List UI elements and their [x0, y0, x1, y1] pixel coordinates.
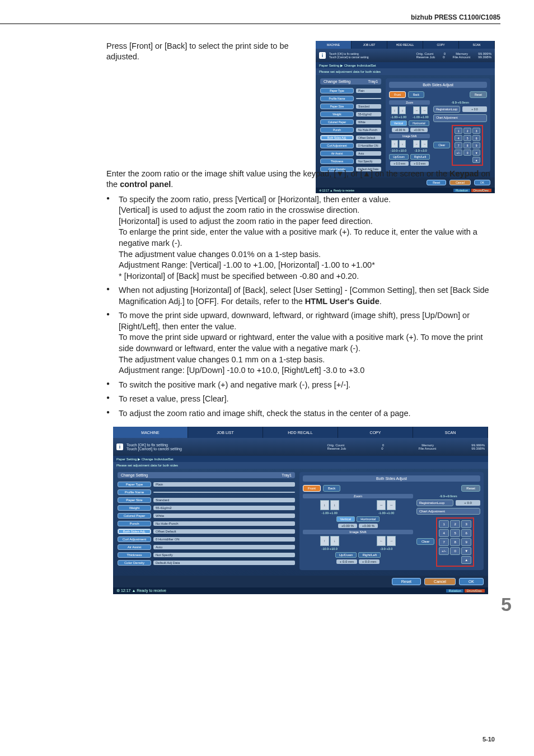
ok-button[interactable]: OK	[459, 578, 484, 585]
tab-copy[interactable]: COPY	[338, 427, 413, 438]
cancel-button[interactable]: Cancel	[424, 578, 456, 585]
tab-machine[interactable]: MACHINE	[316, 41, 352, 49]
bullet-4: To switch the positive mark (+) and nega…	[106, 380, 495, 391]
key-9[interactable]: 9	[472, 142, 480, 148]
setting-punch[interactable]: Punch	[118, 521, 151, 526]
setting-paper-type[interactable]: Paper Type	[118, 482, 151, 487]
keypad: 123456789+/−0▼▲	[436, 517, 474, 567]
updown-button[interactable]: Up/Down	[335, 552, 357, 558]
instruction-1: Press [Front] or [Back] to select the pr…	[106, 41, 302, 62]
setting-punch[interactable]: Punch	[320, 127, 354, 133]
setting-both-sides-adj-[interactable]: Both Sides Adj.	[320, 135, 354, 141]
breadcrumb: Paper Setting ▶ Change IndividualSet	[316, 62, 495, 68]
front-button[interactable]: Front	[303, 485, 321, 492]
setting-profile-name[interactable]: Profile Name	[118, 489, 151, 495]
updown-button[interactable]: Up/Down	[389, 154, 409, 160]
bullet-6: To adjust the zoom ratio and image shift…	[106, 408, 495, 419]
doc-title: bizhub PRESS C1100/C1085	[411, 13, 500, 21]
key-0[interactable]: 0	[450, 547, 460, 555]
screenshot-large: MACHINEJOB LISTHDD RECALLCOPYSCANiTouch …	[113, 427, 488, 628]
setting-thickness[interactable]: Thickness	[118, 552, 151, 558]
key-6[interactable]: 6	[461, 529, 471, 537]
key-4[interactable]: 4	[439, 529, 449, 537]
key-down[interactable]: ▼	[461, 547, 471, 555]
setting-air-assist[interactable]: Air Assist	[320, 151, 354, 156]
key-7[interactable]: 7	[439, 538, 449, 546]
key-8[interactable]: 8	[450, 538, 460, 546]
setting-air-assist[interactable]: Air Assist	[118, 544, 151, 550]
clear-button[interactable]: Clear	[416, 538, 434, 545]
setting-thickness[interactable]: Thickness	[320, 158, 354, 164]
setting-weight[interactable]: Weight	[320, 111, 354, 117]
tab-job-list[interactable]: JOB LIST	[188, 427, 263, 438]
key-3[interactable]: 3	[472, 128, 480, 134]
horizontal-button[interactable]: Horizontal	[357, 516, 380, 522]
tab-scan[interactable]: SCAN	[413, 427, 488, 438]
tab-hdd-recall[interactable]: HDD RECALL	[387, 41, 423, 49]
reset-bottom-button[interactable]: Reset	[392, 578, 421, 585]
bullet-1: To specify the zoom ratio, press [Vertic…	[106, 194, 495, 282]
reset-button[interactable]: Reset	[470, 91, 487, 98]
tab-job-list[interactable]: JOB LIST	[352, 41, 387, 49]
setting-color-density[interactable]: Color Density	[118, 560, 151, 566]
key-6[interactable]: 6	[472, 135, 480, 141]
setting-paper-size[interactable]: Paper Size	[118, 497, 151, 503]
key-5[interactable]: 5	[450, 529, 460, 537]
chart-adjustment-button[interactable]: Chart Adjustment	[433, 114, 487, 122]
setting-both-sides-adj-[interactable]: Both Sides Adj.	[118, 529, 151, 534]
key-plusminus[interactable]: +/−	[439, 547, 449, 555]
key-1[interactable]: 1	[439, 520, 449, 528]
chart-adjustment-button[interactable]: Chart Adjustment	[416, 508, 480, 515]
info-icon: i	[116, 444, 123, 450]
rightleft-button[interactable]: Right/Left	[410, 154, 430, 160]
page-number: 5-10	[483, 736, 495, 743]
chapter-number: 5	[501, 594, 512, 615]
vertical-button[interactable]: Vertical	[390, 120, 407, 126]
key-3[interactable]: 3	[461, 520, 471, 528]
back-button[interactable]: Back	[408, 91, 424, 98]
ok-button[interactable]: OK	[474, 180, 490, 185]
rightleft-button[interactable]: Right/Left	[358, 552, 381, 558]
setting-colored-paper[interactable]: Colored Paper	[320, 119, 354, 125]
tab-copy[interactable]: COPY	[423, 41, 459, 49]
setting-paper-size[interactable]: Paper Size	[320, 104, 354, 109]
key-0[interactable]: 0	[463, 150, 471, 156]
key-1[interactable]: 1	[455, 128, 462, 134]
bullet-3: To move the print side upward, downward,…	[106, 310, 495, 376]
setting-profile-name[interactable]: Profile Name	[320, 96, 354, 101]
rotation-indicator: Rotation	[446, 589, 463, 592]
key-up[interactable]: ▲	[472, 157, 480, 163]
cancel-button[interactable]: Cancel	[449, 180, 471, 185]
setting-paper-type[interactable]: Paper Type	[320, 88, 354, 94]
key-5[interactable]: 5	[463, 135, 471, 141]
tab-machine[interactable]: MACHINE	[113, 427, 188, 438]
key-down[interactable]: ▼	[472, 150, 480, 156]
tab-hdd-recall[interactable]: HDD RECALL	[263, 427, 338, 438]
setting-curl-adjustment[interactable]: Curl Adjustment	[118, 536, 151, 542]
setting-curl-adjustment[interactable]: Curl Adjustment	[320, 143, 354, 148]
back-button[interactable]: Back	[323, 485, 340, 492]
key-8[interactable]: 8	[463, 142, 471, 148]
clear-button[interactable]: Clear	[433, 142, 450, 148]
key-up[interactable]: ▲	[461, 556, 471, 564]
key-2[interactable]: 2	[463, 128, 471, 134]
reset-button[interactable]: Reset	[461, 485, 480, 492]
drum-indicator: Drum/Dev.	[471, 189, 491, 192]
setting-weight[interactable]: Weight	[118, 505, 151, 511]
tab-scan[interactable]: SCAN	[459, 41, 495, 49]
key-4[interactable]: 4	[455, 135, 462, 141]
front-button[interactable]: Front	[389, 91, 406, 98]
registration-loop-button[interactable]: RegistrationLoop	[416, 500, 453, 506]
key-9[interactable]: 9	[461, 538, 471, 546]
horizontal-button[interactable]: Horizontal	[409, 120, 429, 126]
keypad: 123456789+/−0▼▲	[452, 125, 483, 166]
bullet-list: To specify the zoom ratio, press [Vertic…	[106, 194, 495, 419]
registration-loop-button[interactable]: RegistrationLoop	[433, 106, 460, 113]
key-plusminus[interactable]: +/−	[455, 150, 462, 156]
vertical-button[interactable]: Vertical	[336, 516, 355, 522]
bullet-2: When not adjusting [Horizontal] of [Back…	[106, 285, 495, 307]
setting-colored-paper[interactable]: Colored Paper	[118, 513, 151, 519]
key-2[interactable]: 2	[450, 520, 460, 528]
key-7[interactable]: 7	[455, 142, 462, 148]
reset-bottom-button[interactable]: Reset	[427, 180, 446, 185]
